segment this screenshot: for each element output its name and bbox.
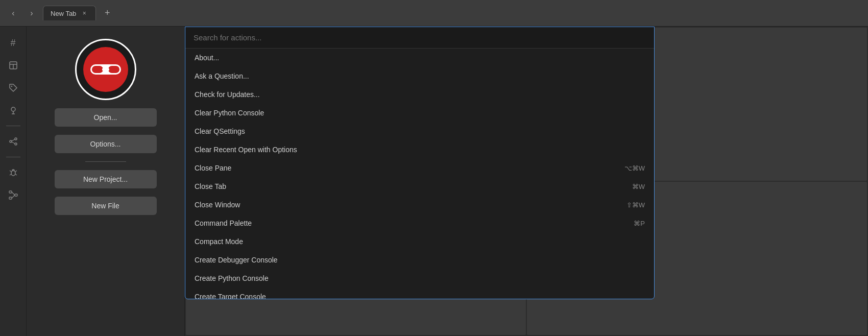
action-label: Ask a Question... bbox=[195, 72, 249, 80]
action-item[interactable]: About... bbox=[185, 49, 654, 67]
action-item[interactable]: Check for Updates... bbox=[185, 85, 654, 104]
action-label: Close Window bbox=[195, 201, 240, 209]
svg-line-8 bbox=[12, 139, 15, 141]
action-item[interactable]: Compact Mode bbox=[185, 232, 654, 251]
new-project-button[interactable]: New Project... bbox=[55, 170, 157, 188]
graph-icon[interactable] bbox=[4, 132, 22, 151]
action-item[interactable]: Create Target Console bbox=[185, 287, 654, 299]
action-shortcut: ⌥⌘W bbox=[624, 164, 645, 172]
action-item[interactable]: Ask a Question... bbox=[185, 67, 654, 85]
action-label: Create Target Console bbox=[195, 293, 266, 299]
network-icon[interactable] bbox=[4, 186, 22, 204]
add-tab-button[interactable]: + bbox=[100, 6, 114, 20]
action-label: Compact Mode bbox=[195, 237, 243, 246]
action-list[interactable]: About...Ask a Question...Check for Updat… bbox=[185, 49, 654, 299]
main-layout: # bbox=[0, 27, 868, 336]
svg-rect-21 bbox=[102, 68, 109, 71]
pin-icon[interactable] bbox=[4, 101, 22, 119]
svg-point-3 bbox=[11, 86, 12, 87]
action-item[interactable]: Clear Recent Open with Options bbox=[185, 140, 654, 159]
sidebar-divider-2 bbox=[6, 157, 20, 157]
action-item[interactable]: Close Tab⌘W bbox=[185, 177, 654, 196]
left-panel: Open... Options... New Project... New Fi… bbox=[27, 27, 185, 336]
svg-rect-12 bbox=[9, 197, 12, 199]
action-label: Create Python Console bbox=[195, 274, 269, 282]
sidebar-divider-1 bbox=[6, 126, 20, 126]
action-shortcut: ⇧⌘W bbox=[626, 201, 645, 209]
action-label: Check for Updates... bbox=[195, 90, 260, 99]
new-file-button[interactable]: New File bbox=[55, 197, 157, 215]
options-button[interactable]: Options... bbox=[55, 135, 157, 153]
tag-icon[interactable] bbox=[4, 79, 22, 97]
action-item[interactable]: Command Palette⌘P bbox=[185, 214, 654, 232]
action-label: Clear Recent Open with Options bbox=[195, 146, 297, 154]
svg-point-6 bbox=[15, 138, 17, 140]
action-shortcut: ⌘W bbox=[632, 183, 645, 190]
app-logo bbox=[75, 39, 136, 100]
svg-rect-20 bbox=[108, 66, 119, 73]
action-item[interactable]: Create Python Console bbox=[185, 269, 654, 287]
tab-close-button[interactable]: × bbox=[80, 9, 88, 17]
open-button[interactable]: Open... bbox=[55, 108, 157, 127]
bug-icon[interactable] bbox=[4, 163, 22, 182]
tab-label: New Tab bbox=[51, 10, 76, 17]
sidebar-icons: # bbox=[0, 27, 27, 336]
action-label: About... bbox=[195, 54, 219, 62]
svg-point-10 bbox=[11, 171, 15, 176]
action-label: Command Palette bbox=[195, 219, 252, 227]
svg-point-5 bbox=[10, 140, 12, 142]
forward-button[interactable]: › bbox=[25, 6, 39, 20]
action-item[interactable]: Close Window⇧⌘W bbox=[185, 196, 654, 214]
action-shortcut: ⌘P bbox=[634, 220, 645, 227]
action-label: Create Debugger Console bbox=[195, 256, 278, 264]
action-label: Close Pane bbox=[195, 164, 231, 172]
svg-rect-13 bbox=[15, 194, 17, 196]
svg-line-9 bbox=[12, 142, 15, 143]
action-label: Clear Python Console bbox=[195, 109, 264, 117]
action-label: Close Tab bbox=[195, 182, 226, 190]
action-item[interactable]: Clear QSettings bbox=[185, 122, 654, 140]
action-item[interactable]: Close Pane⌥⌘W bbox=[185, 159, 654, 177]
panel-divider bbox=[85, 161, 126, 162]
new-tab[interactable]: New Tab × bbox=[43, 6, 96, 20]
svg-rect-11 bbox=[9, 191, 12, 193]
svg-rect-19 bbox=[92, 66, 103, 73]
back-button[interactable]: ‹ bbox=[6, 6, 20, 20]
hash-icon[interactable]: # bbox=[4, 34, 22, 52]
action-item[interactable]: Clear Python Console bbox=[185, 104, 654, 122]
command-palette-dropdown: About...Ask a Question...Check for Updat… bbox=[185, 27, 655, 299]
svg-line-15 bbox=[12, 195, 15, 198]
title-bar: ‹ › New Tab × + bbox=[0, 0, 868, 27]
search-input[interactable] bbox=[185, 27, 654, 49]
svg-point-7 bbox=[15, 143, 17, 145]
svg-point-4 bbox=[11, 107, 15, 111]
action-label: Clear QSettings bbox=[195, 127, 245, 135]
template-icon[interactable] bbox=[4, 56, 22, 75]
action-item[interactable]: Create Debugger Console bbox=[185, 251, 654, 269]
svg-line-14 bbox=[12, 192, 15, 195]
